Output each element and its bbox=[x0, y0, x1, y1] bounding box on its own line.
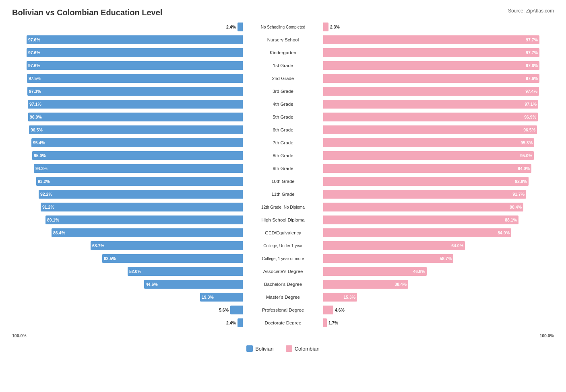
row-label: College, Under 1 year bbox=[243, 243, 323, 249]
left-value: 52.0% bbox=[129, 269, 141, 274]
center-col: Doctorate Degree bbox=[243, 320, 323, 326]
right-value: 38.4% bbox=[395, 282, 407, 287]
bar-pink: 95.0% bbox=[323, 151, 534, 160]
bar-blue: 97.3% bbox=[27, 87, 243, 96]
row-label: Master's Degree bbox=[243, 294, 323, 300]
axis-row: 100.0% 100.0% bbox=[12, 330, 554, 341]
left-axis-label: 100.0% bbox=[12, 333, 27, 338]
center-col: 10th Grade bbox=[243, 178, 323, 185]
row-label: 10th Grade bbox=[243, 178, 323, 185]
bar-blue bbox=[238, 318, 243, 327]
left-side: 96.9% bbox=[12, 111, 243, 123]
left-value: 68.7% bbox=[92, 243, 104, 248]
bar-pink bbox=[323, 318, 327, 327]
right-value: 84.9% bbox=[498, 230, 510, 235]
row-label: 8th Grade bbox=[243, 152, 323, 159]
bar-blue: 93.2% bbox=[36, 177, 243, 186]
chart-row: 97.3% 3rd Grade 97.4% bbox=[12, 86, 554, 97]
row-label: 6th Grade bbox=[243, 127, 323, 133]
row-label: Doctorate Degree bbox=[243, 320, 323, 326]
chart-row: 96.5% 6th Grade 96.5% bbox=[12, 124, 554, 135]
left-value-outside: 2.4% bbox=[225, 320, 238, 325]
bar-pink: 97.1% bbox=[323, 100, 538, 109]
right-side: 97.1% bbox=[323, 99, 554, 110]
center-col: High School Diploma bbox=[243, 217, 323, 223]
right-side: 64.0% bbox=[323, 240, 554, 251]
right-side: 97.6% bbox=[323, 73, 554, 84]
left-side: 5.6% bbox=[12, 304, 243, 316]
chart-row: 2.4% No Schooling Completed 2.3% bbox=[12, 21, 554, 33]
bar-pink: 94.0% bbox=[323, 164, 531, 173]
right-side: 2.3% bbox=[323, 21, 554, 33]
bar-pink: 15.3% bbox=[323, 293, 357, 302]
chart-row: 19.3% Master's Degree 15.3% bbox=[12, 291, 554, 303]
right-side: 97.7% bbox=[323, 47, 554, 58]
chart-row: 95.0% 8th Grade 95.0% bbox=[12, 150, 554, 161]
left-side: 93.2% bbox=[12, 176, 243, 187]
row-label: 5th Grade bbox=[243, 114, 323, 120]
bar-blue: 95.0% bbox=[32, 151, 243, 160]
left-value-outside: 5.6% bbox=[217, 308, 230, 312]
bar-blue bbox=[230, 306, 243, 314]
right-value: 58.7% bbox=[440, 256, 452, 261]
chart-row: 44.6% Bachelor's Degree 38.4% bbox=[12, 279, 554, 290]
left-value: 97.6% bbox=[28, 37, 40, 42]
bar-pink bbox=[323, 23, 328, 31]
row-label: 9th Grade bbox=[243, 165, 323, 172]
left-value: 44.6% bbox=[146, 282, 158, 287]
right-value: 96.9% bbox=[524, 115, 536, 119]
bar-blue: 97.6% bbox=[27, 48, 243, 57]
chart-row: 86.4% GED/Equivalency 84.9% bbox=[12, 227, 554, 238]
left-value: 97.3% bbox=[29, 89, 41, 94]
bar-blue: 97.5% bbox=[27, 74, 243, 83]
row-label: 2nd Grade bbox=[243, 75, 323, 82]
bolivian-color-box bbox=[246, 345, 253, 352]
row-label: 1st Grade bbox=[243, 62, 323, 69]
bar-blue: 97.1% bbox=[28, 100, 243, 109]
left-value: 96.9% bbox=[30, 115, 42, 119]
left-side: 95.4% bbox=[12, 137, 243, 148]
right-side: 88.1% bbox=[323, 214, 554, 226]
left-side: 19.3% bbox=[12, 291, 243, 303]
center-col: College, 1 year or more bbox=[243, 256, 323, 262]
bar-blue: 19.3% bbox=[200, 293, 243, 302]
center-col: 1st Grade bbox=[243, 62, 323, 69]
center-col: 6th Grade bbox=[243, 127, 323, 133]
legend: Bolivian Colombian bbox=[12, 345, 554, 352]
center-col: Nursery School bbox=[243, 37, 323, 43]
row-label: Professional Degree bbox=[243, 307, 323, 313]
left-value-outside: 2.4% bbox=[225, 25, 238, 29]
right-value: 92.8% bbox=[515, 179, 527, 184]
chart-row: 97.1% 4th Grade 97.1% bbox=[12, 99, 554, 110]
left-side: 97.6% bbox=[12, 60, 243, 71]
left-side: 97.6% bbox=[12, 47, 243, 58]
right-value: 91.7% bbox=[512, 192, 525, 197]
bar-pink: 97.6% bbox=[323, 74, 539, 83]
bar-pink: 91.7% bbox=[323, 190, 526, 199]
right-value: 97.6% bbox=[526, 63, 538, 68]
right-side: 94.0% bbox=[323, 163, 554, 174]
colombian-label: Colombian bbox=[295, 346, 320, 352]
bar-blue: 96.5% bbox=[29, 125, 243, 134]
chart-row: 97.5% 2nd Grade 97.6% bbox=[12, 73, 554, 84]
chart-row: 97.6% 1st Grade 97.6% bbox=[12, 60, 554, 71]
right-value: 96.5% bbox=[523, 127, 535, 132]
left-value: 96.5% bbox=[31, 127, 43, 132]
chart-row: 93.2% 10th Grade 92.8% bbox=[12, 176, 554, 187]
center-col: No Schooling Completed bbox=[243, 24, 323, 30]
bar-pink: 88.1% bbox=[323, 215, 518, 224]
chart-row: 97.6% Nursery School 97.7% bbox=[12, 34, 554, 45]
left-side: 89.1% bbox=[12, 214, 243, 226]
left-value: 89.1% bbox=[47, 218, 59, 222]
left-side: 52.0% bbox=[12, 266, 243, 277]
center-col: 9th Grade bbox=[243, 165, 323, 172]
left-side: 2.4% bbox=[12, 317, 243, 328]
right-side: 46.8% bbox=[323, 266, 554, 277]
bar-blue: 95.4% bbox=[31, 138, 243, 147]
left-side: 97.1% bbox=[12, 99, 243, 110]
chart-row: 68.7% College, Under 1 year 64.0% bbox=[12, 240, 554, 251]
right-value: 97.4% bbox=[525, 89, 537, 94]
row-label: Bachelor's Degree bbox=[243, 281, 323, 287]
right-side: 96.5% bbox=[323, 124, 554, 135]
right-value: 64.0% bbox=[451, 243, 463, 248]
